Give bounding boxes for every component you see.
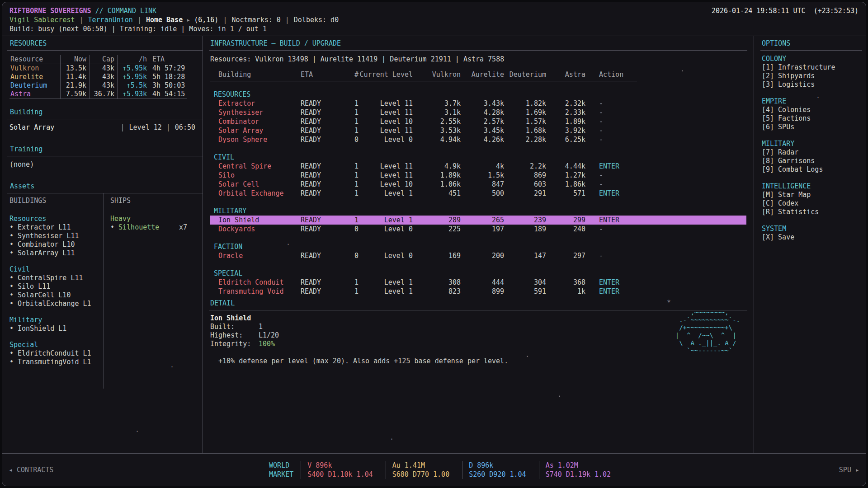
assets-panel-title: Assets [10,182,34,190]
resource-row-astra: Astra7.59k36.7k↑5.93k4h 54:15 [9,90,187,99]
training-value: (none) [9,160,34,169]
enter-action[interactable]: ENTER [585,287,649,296]
building-row[interactable]: CombinatorREADY1Level 102.55k2.57k1.57k1… [210,117,746,126]
cost-vulkron: 169 [413,251,461,260]
resource-cap: 43k [89,81,117,90]
build-queue-time: 06:50 [175,123,195,132]
options-group-empire: EMPIRE [4]Colonies [5]Factions [6]SPUs [762,97,866,131]
enter-action[interactable]: ENTER [585,162,649,171]
building-row[interactable]: SiloREADY1Level 111.89k1.5k8691.27k- [210,171,746,180]
building-name: Extractor [210,99,301,108]
options-group-label: SYSTEM [762,225,866,233]
asset-item-label: Extractor L11 [18,223,71,231]
option-label: Statistics [778,208,819,216]
building-level: Level 0 [359,225,413,234]
option-statistics[interactable]: [R]Statistics [762,208,866,216]
row-action: - [585,135,649,144]
col-cap: Cap [89,55,117,64]
cost-aurelite: 200 [461,251,504,260]
building-row[interactable]: OracleREADY0Level 0169200147297- [210,251,746,260]
asset-group-resources: Resources •Extractor L11 •Synthesiser L1… [9,215,104,258]
resource-name: Deuterium [9,81,60,90]
building-eta: READY [301,126,346,135]
cost-deuterium: 239 [504,216,546,225]
cost-astra: 1k [546,287,585,296]
assets-buildings-column: BUILDINGS Resources •Extractor L11 •Synt… [2,193,104,389]
building-row[interactable]: Central SpireREADY1Level 114.9k4k2.2k4.4… [210,162,746,171]
star-dot: · [170,363,174,371]
option-logistics[interactable]: [3]Logistics [762,80,866,89]
option-label: Save [778,233,794,241]
cost-deuterium: 869 [504,171,546,180]
option-label: Infrastructure [778,63,835,71]
enter-action[interactable]: ENTER [585,216,649,225]
building-row[interactable]: Orbital ExchangeREADY1Level 145150029157… [210,189,746,198]
building-row[interactable]: Dyson SphereREADY0Level 04.94k4.26k2.28k… [210,135,746,144]
building-count: 1 [346,278,359,287]
building-name: Dyson Sphere [210,135,301,144]
build-queue-name: Solar Array [9,123,121,132]
option-infrastructure[interactable]: [1]Infrastructure [762,63,866,72]
spu-pager[interactable]: SPU ▸ [839,466,859,474]
row-action: - [585,126,649,135]
cost-vulkron: 3.53k [413,126,461,135]
option-shipyards[interactable]: [2]Shipyards [762,72,866,80]
asset-item: •Extractor L11 [9,223,104,232]
option-colonies[interactable]: [4]Colonies [762,106,866,114]
cost-aurelite: 1.5k [461,171,504,180]
asset-item-label: SolarArray L11 [18,249,75,257]
col-resource: Resource [9,55,60,64]
building-row[interactable]: Eldritch ConduitREADY1Level 130844430436… [210,278,746,287]
bullet-icon: • [9,249,14,257]
option-save[interactable]: [X]Save [762,233,866,242]
asset-item-label: OrbitalExchange L1 [18,300,91,308]
detail-description: +10% defense per level (max 20). Also ad… [210,357,746,366]
asset-group-label: Military [9,316,104,324]
asset-item-label: IonShield L1 [18,324,66,333]
option-spus[interactable]: [6]SPUs [762,123,866,131]
building-count: 0 [346,225,359,234]
faction-name: TerranUnion [88,15,133,24]
asset-item: •Combinator L10 [9,240,104,249]
options-group-military: MILITARY [7]Radar [8]Garrisons [9]Combat… [762,140,866,174]
option-garrisons[interactable]: [8]Garrisons [762,157,866,165]
options-group-label: MILITARY [762,140,866,148]
option-combat-logs[interactable]: [9]Combat Logs [762,165,866,174]
cost-deuterium: 591 [504,287,546,296]
options-sidebar: OPTIONS COLONY [1]Infrastructure [2]Ship… [754,36,866,453]
building-eta: READY [301,225,346,234]
bottom-status-bar: ◂ CONTRACTS WORLD MARKET V 896k S400 D1.… [2,453,866,486]
option-codex[interactable]: [C]Codex [762,199,866,208]
col-current-level: Current Level [359,70,413,79]
building-row[interactable]: DockyardsREADY0Level 0225197189240- [210,225,746,234]
building-row-selected[interactable]: Ion ShieldREADY1Level 1289265239299ENTER [210,216,746,225]
contracts-pager[interactable]: ◂ CONTRACTS [9,466,53,474]
market-detail: S260 D920 1.04 [469,470,526,479]
resource-eta: 5h 18:28 [149,73,187,81]
building-row[interactable]: Solar CellREADY1Level 101.06k8476031.86k… [210,180,746,189]
building-row[interactable]: SynthesiserREADY1Level 113.1k4.28k1.69k2… [210,108,746,117]
enter-action[interactable]: ENTER [585,278,649,287]
asset-item: •Synthesiser L11 [9,232,104,240]
bullet-icon: • [9,232,14,240]
option-radar[interactable]: [7]Radar [762,148,866,157]
building-name: Solar Cell [210,180,301,189]
build-queue-item: Solar Array|Level 12|06:50 [2,119,203,136]
resource-now: 11.4k [60,73,89,81]
building-row[interactable]: Transmuting VoidREADY1Level 18238995911k… [210,287,746,296]
building-row[interactable]: ExtractorREADY1Level 113.7k3.43k1.82k2.3… [210,99,746,108]
resource-row-deuterium: Deuterium21.9k43k↑5.5k3h 50:03 [9,81,187,90]
building-count: 1 [346,287,359,296]
star-glyph: * [667,299,671,307]
building-eta: READY [301,99,346,108]
resource-row-vulkron: Vulkron13.5k43k↑5.95k4h 57:29 [9,64,187,73]
option-star-map[interactable]: [M]Star Map [762,191,866,199]
bullet-icon: • [9,358,14,366]
option-factions[interactable]: [5]Factions [762,114,866,123]
enter-action[interactable]: ENTER [585,189,649,198]
options-group-label: INTELLIGENCE [762,182,866,191]
building-row[interactable]: Solar ArrayREADY1Level 113.53k3.45k1.68k… [210,126,746,135]
cost-deuterium: 1.82k [504,99,546,108]
section-label-special: SPECIAL [210,269,746,278]
cost-aurelite: 4.28k [461,108,504,117]
